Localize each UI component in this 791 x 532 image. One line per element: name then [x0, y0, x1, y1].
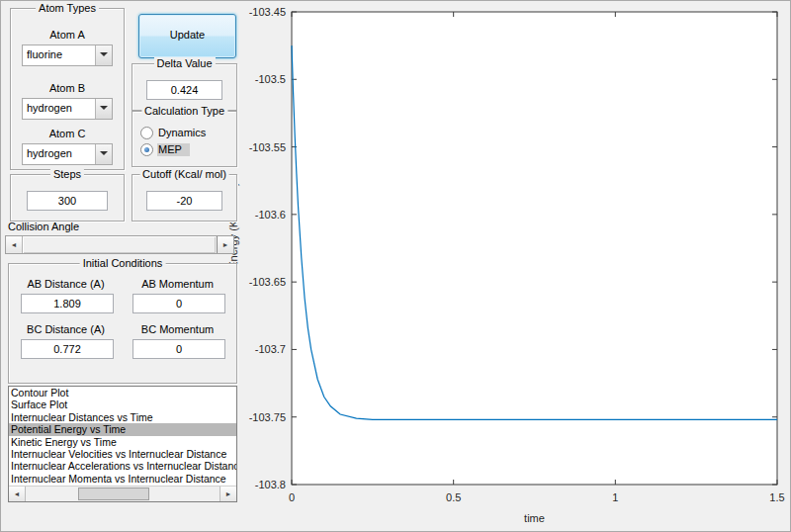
listbox-hscrollbar[interactable]: ◄ ► — [9, 486, 236, 501]
panel-title: Atom Types — [36, 2, 99, 14]
update-button[interactable]: Update — [138, 14, 236, 58]
combo-button[interactable] — [95, 99, 112, 119]
ab-distance-label: AB Distance (A) — [9, 278, 123, 290]
radio-dot-icon — [144, 147, 149, 152]
radio-label: MEP — [157, 143, 190, 156]
radio-label: Dynamics — [157, 127, 214, 139]
atom-b-select[interactable]: hydrogen — [22, 98, 113, 120]
list-item[interactable]: Contour Plot — [9, 387, 236, 399]
svg-text:-103.5: -103.5 — [255, 73, 286, 85]
atom-b-value: hydrogen — [27, 99, 94, 117]
initial-conditions-panel: Initial Conditions AB Distance (A) AB Mo… — [8, 263, 237, 384]
radio-icon — [140, 143, 153, 156]
arrow-right-icon: ► — [225, 490, 232, 497]
bc-momentum-label: BC Momentum — [121, 323, 234, 335]
atom-b-label: Atom B — [11, 82, 124, 94]
steps-panel: Steps 300 — [10, 174, 125, 222]
app-window: 00.511.5-103.8-103.75-103.7-103.65-103.6… — [0, 0, 791, 532]
svg-text:-103.55: -103.55 — [249, 141, 286, 153]
cutoff-input[interactable]: -20 — [146, 191, 222, 211]
arrow-left-icon: ◄ — [11, 241, 18, 248]
combo-button[interactable] — [95, 45, 112, 65]
listbox-items: Contour PlotSurface PlotInternuclear Dis… — [9, 387, 236, 487]
list-item[interactable]: Internuclear Distances vs Time — [9, 411, 236, 423]
atom-a-label: Atom A — [11, 29, 124, 41]
svg-text:-103.65: -103.65 — [249, 276, 286, 288]
ab-distance-input[interactable]: 1.809 — [21, 294, 114, 313]
list-item[interactable]: Internuclear Velocities vs Internuclear … — [9, 448, 236, 460]
collision-angle-label: Collision Angle — [8, 221, 79, 232]
svg-text:time: time — [524, 512, 545, 524]
arrow-right-icon: ► — [222, 241, 229, 248]
combo-button[interactable] — [95, 144, 112, 164]
atom-a-value: fluorine — [27, 45, 94, 63]
plot-type-listbox[interactable]: Contour PlotSurface PlotInternuclear Dis… — [8, 386, 237, 502]
svg-text:1.5: 1.5 — [769, 491, 784, 503]
list-item[interactable]: Internuclear Accelerations vs Internucle… — [9, 460, 236, 472]
ab-momentum-input[interactable]: 0 — [132, 294, 225, 313]
list-item[interactable]: Kinetic Energy vs Time — [9, 436, 236, 448]
list-item[interactable]: Surface Plot — [9, 399, 236, 410]
delta-value-input[interactable]: 0.424 — [146, 80, 222, 100]
svg-text:-103.45: -103.45 — [249, 6, 286, 18]
svg-text:1: 1 — [612, 491, 618, 503]
atom-c-label: Atom C — [11, 128, 124, 139]
svg-text:0: 0 — [289, 491, 295, 503]
panel-title: Calculation Type — [141, 105, 227, 117]
svg-text:-103.8: -103.8 — [255, 479, 286, 490]
svg-text:-103.7: -103.7 — [255, 343, 286, 355]
panel-title: Initial Conditions — [80, 257, 166, 269]
slider-right-button[interactable]: ► — [217, 236, 233, 253]
bc-distance-label: BC Distance (A) — [9, 323, 123, 335]
mep-radio[interactable]: MEP — [140, 142, 190, 156]
svg-text:-103.75: -103.75 — [249, 411, 286, 423]
atom-c-value: hydrogen — [27, 144, 94, 162]
slider-thumb[interactable] — [23, 236, 216, 253]
scroll-left-button[interactable]: ◄ — [9, 487, 26, 501]
svg-text:0.5: 0.5 — [446, 491, 461, 503]
chevron-down-icon — [100, 151, 108, 155]
chevron-down-icon — [100, 52, 108, 56]
cutoff-panel: Cutoff (Kcal/ mol) -20 — [132, 174, 237, 222]
scroll-thumb[interactable] — [78, 488, 149, 500]
calculation-type-panel: Calculation Type Dynamics MEP — [132, 111, 237, 167]
list-item[interactable]: Potential Energy vs Time — [9, 423, 236, 435]
radio-icon — [140, 127, 153, 139]
collision-angle-slider[interactable]: ◄ ► — [5, 235, 234, 254]
list-item[interactable]: Internuclear Momenta vs Internuclear Dis… — [9, 473, 236, 485]
bc-momentum-input[interactable]: 0 — [132, 339, 225, 359]
panel-title: Cutoff (Kcal/ mol) — [139, 168, 229, 180]
ab-momentum-label: AB Momentum — [121, 278, 234, 290]
dynamics-radio[interactable]: Dynamics — [140, 126, 214, 139]
slider-left-button[interactable]: ◄ — [6, 236, 23, 253]
chevron-down-icon — [100, 106, 108, 110]
svg-text:-103.6: -103.6 — [255, 209, 286, 221]
atom-a-select[interactable]: fluorine — [22, 44, 113, 66]
potential-energy-plot: 00.511.5-103.8-103.75-103.7-103.65-103.6… — [227, 0, 791, 532]
steps-input[interactable]: 300 — [27, 191, 108, 211]
bc-distance-input[interactable]: 0.772 — [21, 339, 114, 359]
delta-value-panel: Delta Value 0.424 — [132, 63, 237, 111]
arrow-left-icon: ◄ — [14, 490, 21, 497]
panel-title: Steps — [50, 168, 84, 180]
plot-area: 00.511.5-103.8-103.75-103.7-103.65-103.6… — [227, 0, 791, 532]
atom-c-select[interactable]: hydrogen — [22, 143, 113, 165]
scroll-right-button[interactable]: ► — [220, 487, 236, 501]
panel-title: Delta Value — [153, 57, 215, 69]
atom-types-panel: Atom Types Atom A fluorine Atom B hydrog… — [10, 8, 125, 170]
